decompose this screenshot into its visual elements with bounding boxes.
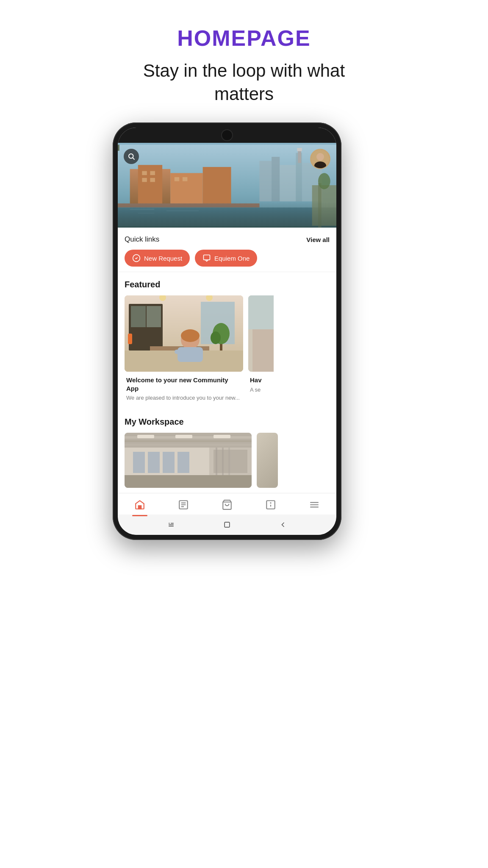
svg-rect-63 bbox=[125, 475, 252, 488]
svg-rect-17 bbox=[297, 148, 302, 151]
equiem-one-button[interactable]: Equiem One bbox=[195, 250, 257, 267]
svg-rect-68 bbox=[177, 452, 189, 473]
page-title: HOMEPAGE bbox=[113, 25, 375, 51]
phone-frame: Quick links View all New Request bbox=[113, 122, 341, 540]
page-subtitle: Stay in the loop with what matters bbox=[113, 59, 375, 106]
home-icon bbox=[134, 499, 145, 510]
new-request-button[interactable]: New Request bbox=[125, 250, 190, 267]
phone-screen: Quick links View all New Request bbox=[118, 128, 336, 535]
svg-rect-13 bbox=[150, 178, 155, 182]
phone-notch bbox=[118, 128, 336, 143]
menu-icon bbox=[309, 499, 320, 510]
svg-rect-53 bbox=[248, 295, 274, 329]
featured-card-1-image bbox=[125, 295, 243, 372]
svg-rect-20 bbox=[130, 209, 154, 210]
featured-card-1-desc: We are pleased to introduce you to your … bbox=[126, 394, 241, 402]
city-scene-svg bbox=[118, 143, 336, 228]
svg-rect-59 bbox=[125, 444, 252, 446]
nav-home[interactable] bbox=[128, 498, 152, 512]
svg-rect-26 bbox=[118, 145, 119, 151]
svg-rect-58 bbox=[125, 440, 252, 442]
svg-rect-66 bbox=[148, 452, 160, 473]
workspace-card-2-partial[interactable] bbox=[257, 433, 278, 488]
featured-cards: Welcome to your new Community App We are… bbox=[125, 295, 330, 406]
featured-card-2-desc: A se bbox=[250, 386, 272, 394]
svg-point-27 bbox=[129, 154, 133, 159]
featured-title: Featured bbox=[125, 280, 330, 289]
svg-rect-49 bbox=[128, 334, 132, 344]
featured-card-2-title: Hav bbox=[250, 376, 272, 384]
partial-card-text: Hav A se bbox=[248, 372, 274, 398]
workspace-image-svg bbox=[125, 433, 252, 488]
android-home-button[interactable] bbox=[223, 520, 231, 529]
svg-point-25 bbox=[318, 173, 330, 189]
nav-shop[interactable] bbox=[215, 498, 239, 512]
svg-rect-22 bbox=[138, 213, 154, 214]
svg-rect-67 bbox=[163, 452, 175, 473]
nav-menu[interactable] bbox=[302, 498, 327, 512]
workspace-title: My Workspace bbox=[125, 417, 330, 427]
check-circle-icon bbox=[132, 254, 141, 262]
svg-rect-45 bbox=[185, 350, 192, 354]
svg-rect-21 bbox=[166, 210, 199, 211]
svg-rect-1 bbox=[259, 161, 272, 202]
android-back-button[interactable] bbox=[279, 520, 287, 529]
svg-rect-12 bbox=[142, 178, 147, 182]
featured-card-1-title: Welcome to your new Community App bbox=[126, 376, 241, 392]
hero-image bbox=[118, 143, 336, 228]
workspace-card-1[interactable] bbox=[125, 433, 252, 488]
quick-links-section: Quick links View all New Request bbox=[118, 228, 336, 272]
svg-rect-2 bbox=[272, 157, 280, 201]
featured-image-svg bbox=[125, 295, 243, 372]
svg-point-30 bbox=[316, 153, 324, 161]
page-header: HOMEPAGE Stay in the loop with what matt… bbox=[113, 25, 375, 106]
camera-notch bbox=[221, 129, 233, 141]
view-all-link[interactable]: View all bbox=[306, 236, 330, 243]
svg-rect-72 bbox=[222, 448, 224, 475]
svg-rect-37 bbox=[131, 306, 146, 327]
workspace-cards bbox=[125, 433, 330, 488]
avatar[interactable] bbox=[310, 149, 330, 169]
android-home-icon bbox=[223, 520, 231, 529]
quick-links-title: Quick links bbox=[125, 235, 159, 244]
android-back-icon bbox=[279, 520, 287, 529]
search-icon bbox=[128, 153, 135, 160]
svg-rect-10 bbox=[142, 171, 147, 175]
nav-news[interactable] bbox=[171, 498, 196, 512]
svg-line-28 bbox=[133, 158, 134, 160]
svg-rect-14 bbox=[175, 177, 179, 181]
svg-rect-44 bbox=[175, 350, 183, 354]
featured-card-1[interactable]: Welcome to your new Community App We are… bbox=[125, 295, 243, 406]
svg-rect-60 bbox=[137, 435, 154, 438]
svg-rect-71 bbox=[216, 448, 217, 475]
featured-card-2-partial[interactable]: Hav A se bbox=[248, 295, 274, 406]
featured-card-1-text: Welcome to your new Community App We are… bbox=[125, 372, 243, 406]
app-content: Quick links View all New Request bbox=[118, 228, 336, 515]
avatar-icon bbox=[311, 150, 330, 168]
quick-links-buttons: New Request Equiem One bbox=[125, 250, 330, 267]
svg-rect-90 bbox=[225, 523, 230, 528]
shop-icon bbox=[222, 499, 233, 510]
svg-rect-3 bbox=[280, 165, 296, 201]
svg-point-48 bbox=[211, 331, 221, 344]
svg-rect-62 bbox=[214, 435, 230, 438]
svg-rect-33 bbox=[204, 255, 210, 260]
info-icon bbox=[265, 499, 276, 510]
recents-icon bbox=[167, 520, 175, 529]
featured-partial-svg bbox=[248, 295, 274, 372]
bottom-nav bbox=[118, 493, 336, 515]
svg-rect-9 bbox=[203, 167, 231, 206]
search-button[interactable] bbox=[124, 149, 139, 164]
svg-rect-15 bbox=[183, 177, 187, 181]
svg-rect-18 bbox=[118, 203, 259, 208]
quick-links-header: Quick links View all bbox=[125, 235, 330, 244]
android-nav-bar bbox=[118, 515, 336, 535]
svg-rect-23 bbox=[312, 185, 336, 226]
android-recents-button[interactable] bbox=[167, 520, 175, 529]
workspace-section: My Workspace bbox=[118, 409, 336, 488]
svg-rect-11 bbox=[150, 171, 155, 175]
svg-rect-70 bbox=[214, 450, 247, 473]
nav-info[interactable] bbox=[258, 498, 283, 512]
svg-rect-73 bbox=[228, 448, 230, 475]
svg-rect-38 bbox=[147, 306, 161, 327]
